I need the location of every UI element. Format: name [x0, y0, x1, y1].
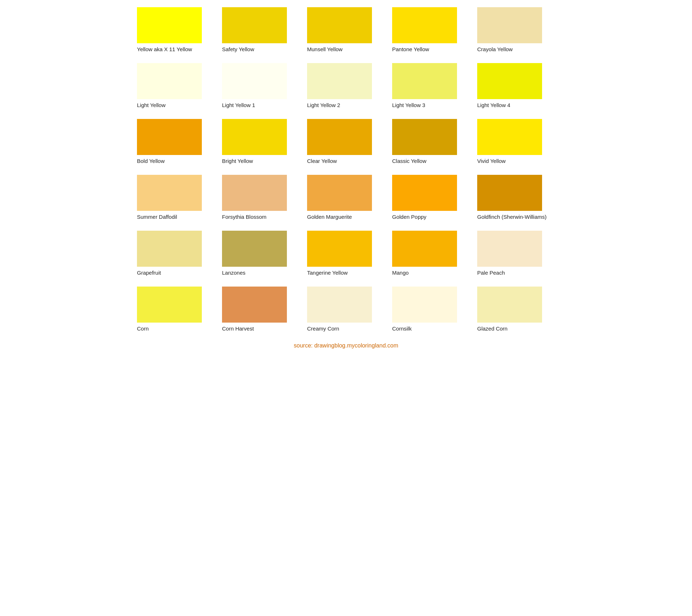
color-item-forsythia-blossom: Forsythia Blossom [222, 175, 300, 220]
color-label-grapefruit: Grapefruit [137, 270, 161, 276]
color-swatch-summer-daffodil [137, 175, 202, 211]
color-item-light-yellow-2: Light Yellow 2 [307, 63, 385, 108]
color-swatch-vivid-yellow [477, 119, 542, 155]
color-item-light-yellow-4: Light Yellow 4 [477, 63, 555, 108]
color-item-clear-yellow: Clear Yellow [307, 119, 385, 164]
color-item-summer-daffodil: Summer Daffodil [137, 175, 215, 220]
color-label-yellow-x11: Yellow aka X 11 Yellow [137, 46, 192, 52]
color-swatch-clear-yellow [307, 119, 372, 155]
color-label-safety-yellow: Safety Yellow [222, 46, 254, 52]
color-item-golden-poppy: Golden Poppy [392, 175, 470, 220]
color-swatch-classic-yellow [392, 119, 457, 155]
color-label-golden-marguerite: Golden Marguerite [307, 214, 352, 220]
color-swatch-light-yellow-1 [222, 63, 287, 99]
source-text: source: drawingblog.mycoloringland.com [11, 342, 681, 349]
color-label-light-yellow-3: Light Yellow 3 [392, 102, 425, 108]
color-item-classic-yellow: Classic Yellow [392, 119, 470, 164]
color-swatch-goldfinch-sw [477, 175, 542, 211]
color-swatch-pantone-yellow [392, 7, 457, 43]
color-item-yellow-x11: Yellow aka X 11 Yellow [137, 7, 215, 52]
color-swatch-pale-peach [477, 231, 542, 267]
color-label-munsell-yellow: Munsell Yellow [307, 46, 342, 52]
color-label-pantone-yellow: Pantone Yellow [392, 46, 429, 52]
color-label-glazed-corn: Glazed Corn [477, 325, 507, 332]
color-label-bright-yellow: Bright Yellow [222, 158, 253, 164]
color-swatch-light-yellow [137, 63, 202, 99]
color-item-glazed-corn: Glazed Corn [477, 287, 555, 332]
color-swatch-creamy-corn [307, 287, 372, 323]
color-swatch-cornsilk [392, 287, 457, 323]
color-item-golden-marguerite: Golden Marguerite [307, 175, 385, 220]
color-grid: Yellow aka X 11 YellowSafety YellowMunse… [137, 7, 555, 332]
color-label-light-yellow-4: Light Yellow 4 [477, 102, 510, 108]
color-swatch-corn [137, 287, 202, 323]
color-item-grapefruit: Grapefruit [137, 231, 215, 276]
color-label-tangerine-yellow: Tangerine Yellow [307, 270, 348, 276]
color-swatch-light-yellow-4 [477, 63, 542, 99]
color-swatch-light-yellow-2 [307, 63, 372, 99]
color-swatch-forsythia-blossom [222, 175, 287, 211]
color-label-vivid-yellow: Vivid Yellow [477, 158, 506, 164]
color-label-light-yellow: Light Yellow [137, 102, 165, 108]
color-item-creamy-corn: Creamy Corn [307, 287, 385, 332]
color-label-pale-peach: Pale Peach [477, 270, 505, 276]
color-swatch-mango [392, 231, 457, 267]
color-item-crayola-yellow: Crayola Yellow [477, 7, 555, 52]
color-item-mango: Mango [392, 231, 470, 276]
color-item-light-yellow-3: Light Yellow 3 [392, 63, 470, 108]
color-swatch-bold-yellow [137, 119, 202, 155]
color-item-bold-yellow: Bold Yellow [137, 119, 215, 164]
color-label-crayola-yellow: Crayola Yellow [477, 46, 513, 52]
color-item-munsell-yellow: Munsell Yellow [307, 7, 385, 52]
color-item-corn-harvest: Corn Harvest [222, 287, 300, 332]
color-label-summer-daffodil: Summer Daffodil [137, 214, 177, 220]
color-swatch-golden-poppy [392, 175, 457, 211]
color-label-forsythia-blossom: Forsythia Blossom [222, 214, 266, 220]
color-item-cornsilk: Cornsilk [392, 287, 470, 332]
color-label-corn-harvest: Corn Harvest [222, 325, 254, 332]
color-swatch-light-yellow-3 [392, 63, 457, 99]
color-item-pale-peach: Pale Peach [477, 231, 555, 276]
color-swatch-golden-marguerite [307, 175, 372, 211]
color-swatch-bright-yellow [222, 119, 287, 155]
color-item-light-yellow-1: Light Yellow 1 [222, 63, 300, 108]
color-item-safety-yellow: Safety Yellow [222, 7, 300, 52]
color-label-creamy-corn: Creamy Corn [307, 325, 339, 332]
color-item-light-yellow: Light Yellow [137, 63, 215, 108]
color-label-mango: Mango [392, 270, 409, 276]
color-label-light-yellow-1: Light Yellow 1 [222, 102, 255, 108]
color-label-bold-yellow: Bold Yellow [137, 158, 165, 164]
color-item-vivid-yellow: Vivid Yellow [477, 119, 555, 164]
color-item-lanzones: Lanzones [222, 231, 300, 276]
color-swatch-safety-yellow [222, 7, 287, 43]
color-label-clear-yellow: Clear Yellow [307, 158, 337, 164]
color-item-goldfinch-sw: Goldfinch (Sherwin-Williams) [477, 175, 555, 220]
color-swatch-corn-harvest [222, 287, 287, 323]
color-swatch-grapefruit [137, 231, 202, 267]
color-item-corn: Corn [137, 287, 215, 332]
color-label-corn: Corn [137, 325, 149, 332]
color-item-pantone-yellow: Pantone Yellow [392, 7, 470, 52]
color-swatch-tangerine-yellow [307, 231, 372, 267]
color-label-golden-poppy: Golden Poppy [392, 214, 426, 220]
color-item-bright-yellow: Bright Yellow [222, 119, 300, 164]
color-label-lanzones: Lanzones [222, 270, 245, 276]
color-swatch-glazed-corn [477, 287, 542, 323]
color-label-cornsilk: Cornsilk [392, 325, 412, 332]
color-item-tangerine-yellow: Tangerine Yellow [307, 231, 385, 276]
color-swatch-yellow-x11 [137, 7, 202, 43]
color-label-classic-yellow: Classic Yellow [392, 158, 426, 164]
color-swatch-crayola-yellow [477, 7, 542, 43]
color-swatch-lanzones [222, 231, 287, 267]
color-label-light-yellow-2: Light Yellow 2 [307, 102, 340, 108]
color-swatch-munsell-yellow [307, 7, 372, 43]
color-label-goldfinch-sw: Goldfinch (Sherwin-Williams) [477, 214, 547, 220]
